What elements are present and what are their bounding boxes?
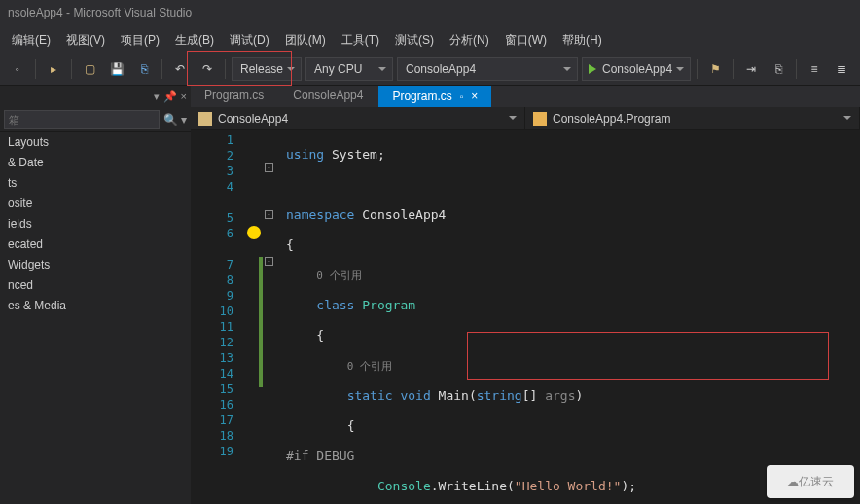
close-icon[interactable]: × (181, 90, 187, 102)
fold-icon[interactable]: - (265, 210, 273, 219)
menu-help[interactable]: 帮助(H) (555, 28, 610, 53)
startup-dropdown[interactable]: ConsoleApp4 (397, 57, 578, 81)
separator (35, 59, 36, 79)
line-gutter: 12345678910111213141516171819 (191, 130, 247, 504)
nav-bar: ConsoleApp4 ConsoleApp4.Program (191, 107, 860, 130)
step-over-icon[interactable]: ⎘ (767, 57, 790, 81)
step-out-icon[interactable]: ⇥ (739, 57, 763, 81)
save-icon[interactable]: 💾 (105, 57, 128, 81)
menu-window[interactable]: 窗口(W) (497, 28, 555, 53)
toolbox-list: Layouts & Date ts osite ields ecated Wid… (0, 132, 191, 504)
watermark: ☁ 亿速云 (767, 465, 854, 498)
class-icon (533, 112, 547, 126)
list-item[interactable]: Widgets (0, 255, 191, 275)
toolbox-search-input[interactable] (4, 110, 160, 129)
save-all-icon[interactable]: ⎘ (132, 57, 156, 81)
dropdown-icon[interactable]: ▾ (154, 90, 160, 103)
csharp-icon (198, 112, 212, 126)
menu-debug[interactable]: 调试(D) (222, 28, 277, 53)
list-item[interactable]: nced (0, 275, 191, 296)
config-dropdown[interactable]: Release (232, 57, 302, 81)
menu-view[interactable]: 视图(V) (58, 28, 113, 53)
pin-icon[interactable]: 📌 (163, 90, 177, 103)
pin-icon[interactable]: ▫ (460, 91, 464, 102)
start-debug-button[interactable]: ConsoleApp4 (582, 57, 691, 81)
back-icon[interactable]: ◦ (6, 57, 29, 81)
menu-bar: 编辑(E) 视图(V) 项目(P) 生成(B) 调试(D) 团队(M) 工具(T… (0, 27, 860, 53)
menu-tools[interactable]: 工具(T) (334, 28, 387, 53)
tool-icon[interactable]: ⚑ (703, 57, 727, 81)
change-indicator (259, 257, 263, 387)
separator (161, 59, 162, 79)
new-icon[interactable]: ▸ (42, 57, 65, 81)
search-icon[interactable]: 🔍 ▾ (163, 113, 187, 126)
menu-test[interactable]: 测试(S) (387, 28, 442, 53)
close-tab-icon[interactable]: × (471, 90, 478, 103)
list-item[interactable]: es & Media (0, 296, 191, 316)
menu-team[interactable]: 团队(M) (277, 28, 334, 53)
document-tabs: Program.cs ConsoleApp4 Program.cs▫× (191, 86, 860, 107)
separator (796, 59, 797, 79)
redo-icon[interactable]: ↷ (196, 57, 219, 81)
list-item[interactable]: ts (0, 173, 191, 194)
toolbox-panel: ▾ 📌 × 🔍 ▾ Layouts & Date ts osite ields … (0, 86, 191, 504)
undo-icon[interactable]: ↶ (168, 57, 192, 81)
list-item[interactable]: ields (0, 214, 191, 234)
class-nav-dropdown[interactable]: ConsoleApp4.Program (525, 107, 860, 130)
code-editor[interactable]: 12345678910111213141516171819 --- using … (191, 130, 860, 504)
code-area[interactable]: using System; namespace ConsoleApp4 { 0 … (247, 130, 860, 504)
list-item[interactable]: Layouts (0, 132, 191, 153)
separator (733, 59, 734, 79)
main-toolbar: ◦ ▸ ▢ 💾 ⎘ ↶ ↷ Release Any CPU ConsoleApp… (0, 53, 860, 86)
platform-dropdown[interactable]: Any CPU (305, 57, 393, 81)
menu-project[interactable]: 项目(P) (113, 28, 167, 53)
list-item[interactable]: osite (0, 194, 191, 214)
window-title: nsoleApp4 - Microsoft Visual Studio (0, 0, 860, 27)
tab-program-cs[interactable]: Program.cs (191, 86, 277, 107)
menu-edit[interactable]: 编辑(E) (4, 28, 58, 53)
separator (697, 59, 698, 79)
list-item[interactable]: & Date (0, 153, 191, 173)
fold-icon[interactable]: - (265, 163, 273, 172)
fold-icon[interactable]: - (265, 257, 273, 266)
menu-analyze[interactable]: 分析(N) (442, 28, 497, 53)
tab-program-cs-active[interactable]: Program.cs▫× (378, 86, 491, 107)
lightbulb-icon[interactable] (247, 226, 261, 239)
list-item[interactable]: ecated (0, 234, 191, 255)
separator (225, 59, 226, 79)
tab-consoleapp4[interactable]: ConsoleApp4 (279, 86, 376, 107)
open-icon[interactable]: ▢ (78, 57, 101, 81)
outdent-icon[interactable]: ≣ (830, 57, 853, 81)
separator (71, 59, 72, 79)
play-icon (589, 64, 596, 74)
indent-icon[interactable]: ≡ (803, 57, 826, 81)
menu-build[interactable]: 生成(B) (167, 28, 222, 53)
project-nav-dropdown[interactable]: ConsoleApp4 (191, 107, 525, 130)
